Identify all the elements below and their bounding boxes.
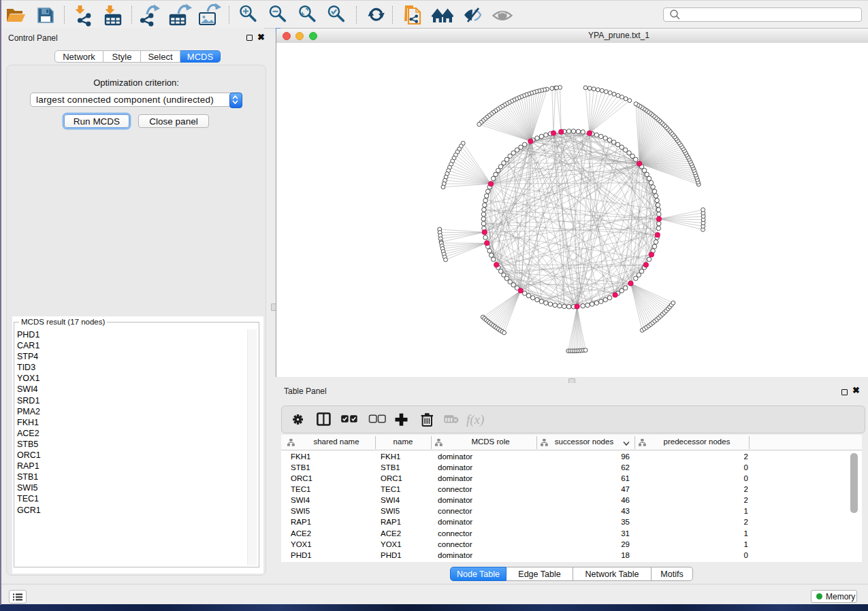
svg-text:f(x): f(x) <box>466 412 484 427</box>
